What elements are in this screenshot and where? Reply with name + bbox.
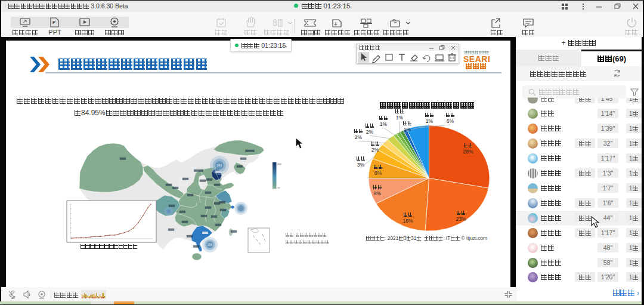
- svg-text:241: 241: [217, 164, 222, 167]
- svg-text:P: P: [52, 20, 56, 25]
- svg-text:156: 156: [208, 243, 213, 247]
- svg-text:1000: 1000: [277, 162, 281, 165]
- svg-text:10: 10: [277, 186, 280, 189]
